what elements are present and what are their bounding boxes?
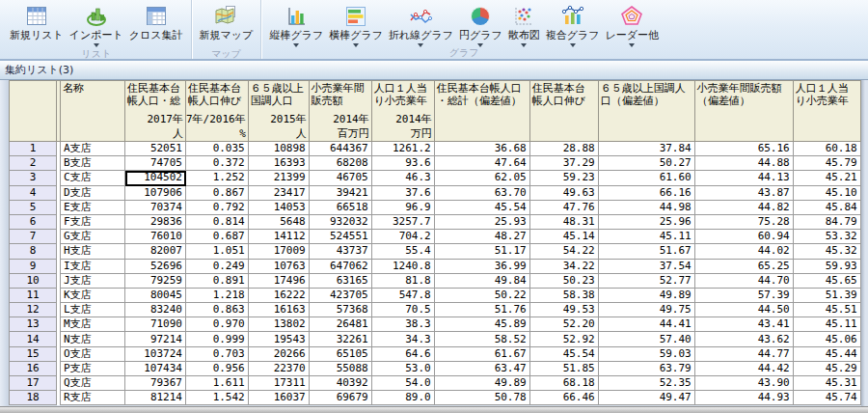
name-cell[interactable]: H支店 [61,244,125,259]
value-cell[interactable]: 59.03 [599,347,695,362]
row-number-cell[interactable]: 11 [9,289,57,303]
value-cell[interactable]: 46.3 [372,171,435,185]
value-cell[interactable]: 0.249 [186,260,249,274]
value-cell[interactable]: 44.02 [695,244,794,259]
value-cell[interactable]: 1.252 [186,171,249,185]
name-cell[interactable]: A支店 [61,142,125,156]
value-cell[interactable]: 20266 [249,347,310,362]
value-cell[interactable]: 40392 [310,376,372,391]
value-cell[interactable]: 46705 [310,171,372,185]
value-cell[interactable]: 83240 [125,303,186,317]
name-cell[interactable]: O支店 [61,347,125,362]
value-cell[interactable]: 37.6 [372,186,435,201]
value-cell[interactable]: 51.17 [435,244,530,259]
value-cell[interactable]: 43.87 [695,186,794,201]
value-cell[interactable]: 0.372 [186,156,249,171]
value-cell[interactable]: 44.42 [695,362,794,376]
row-number-cell[interactable]: 10 [9,274,57,289]
value-cell[interactable]: 45.14 [530,230,599,244]
value-cell[interactable]: 49.89 [435,376,530,391]
row-number-cell[interactable]: 9 [9,260,57,274]
row-number-cell[interactable]: 2 [9,156,57,171]
value-cell[interactable]: 13802 [249,317,310,332]
value-cell[interactable]: 66.16 [599,186,695,201]
value-cell[interactable]: 932032 [310,215,372,230]
name-cell[interactable]: N支店 [61,332,125,346]
value-cell[interactable]: 66518 [310,201,372,215]
value-cell[interactable]: 0.891 [186,274,249,289]
value-cell[interactable]: 93.6 [372,156,435,171]
horizontal-scrollbar[interactable] [0,406,868,413]
value-cell[interactable]: 65.16 [695,142,794,156]
row-number-cell[interactable]: 15 [9,347,57,362]
value-cell[interactable]: 82007 [125,244,186,259]
value-cell[interactable]: 61.60 [599,171,695,185]
value-cell[interactable]: 76010 [125,230,186,244]
value-cell[interactable]: 0.814 [186,215,249,230]
value-cell[interactable]: 81.8 [372,274,435,289]
value-cell[interactable]: 45.11 [794,317,861,332]
value-cell[interactable]: 70.5 [372,303,435,317]
column-header-cell[interactable]: ６５歳以上 国調人口2015年人 [249,80,310,142]
value-cell[interactable]: 38.3 [372,317,435,332]
value-cell[interactable]: 23417 [249,186,310,201]
value-cell[interactable]: 53.32 [794,230,861,244]
value-cell[interactable]: 58.38 [530,289,599,303]
value-cell[interactable]: 36.68 [435,142,530,156]
value-cell[interactable]: 45.29 [794,362,861,376]
value-cell[interactable]: 14112 [249,230,310,244]
value-cell[interactable]: 61.67 [435,347,530,362]
value-cell[interactable]: 51.85 [530,362,599,376]
name-cell[interactable]: K支店 [61,289,125,303]
bar-horizontal-chart-button[interactable]: 横棒グラフ [326,1,386,47]
value-cell[interactable]: 55088 [310,362,372,376]
pie-chart-button[interactable]: 円グラフ [456,1,505,47]
value-cell[interactable]: 45.06 [794,332,861,346]
row-number-cell[interactable]: 1 [9,142,57,156]
value-cell[interactable]: 45.54 [530,347,599,362]
value-cell[interactable]: 44.70 [695,274,794,289]
value-cell[interactable]: 28.88 [530,142,599,156]
value-cell[interactable]: 59.23 [530,171,599,185]
value-cell[interactable]: 0.703 [186,347,249,362]
value-cell[interactable]: 1240.8 [372,260,435,274]
value-cell[interactable]: 19543 [249,332,310,346]
value-cell[interactable]: 80045 [125,289,186,303]
value-cell[interactable]: 0.687 [186,230,249,244]
value-cell[interactable]: 52696 [125,260,186,274]
value-cell[interactable]: 52.92 [530,332,599,346]
value-cell[interactable]: 74705 [125,156,186,171]
value-cell[interactable]: 49.84 [435,274,530,289]
value-cell[interactable]: 52.35 [599,376,695,391]
value-cell[interactable]: 29836 [125,215,186,230]
value-cell[interactable]: 59.93 [794,260,861,274]
value-cell[interactable]: 51.67 [599,244,695,259]
value-cell[interactable]: 43.90 [695,376,794,391]
column-header-cell[interactable]: 住民基本台 帳人口伸び7年/2016年% [186,80,249,142]
row-number-cell[interactable]: 13 [9,317,57,332]
value-cell[interactable]: 44.41 [599,317,695,332]
value-cell[interactable]: 47.76 [530,201,599,215]
value-cell[interactable]: 49.47 [599,391,695,405]
name-cell[interactable]: E支店 [61,201,125,215]
value-cell[interactable]: 45.21 [794,171,861,185]
name-cell[interactable]: Q支店 [61,376,125,391]
value-cell[interactable]: 45.74 [794,391,861,405]
value-cell[interactable]: 45.10 [794,186,861,201]
value-cell[interactable]: 44.82 [695,201,794,215]
value-cell[interactable]: 10763 [249,260,310,274]
value-cell[interactable]: 43.41 [695,317,794,332]
value-cell[interactable]: 71090 [125,317,186,332]
value-cell[interactable]: 55.4 [372,244,435,259]
value-cell[interactable]: 44.93 [695,391,794,405]
value-cell[interactable]: 57.39 [695,289,794,303]
name-cell[interactable]: R支店 [61,391,125,405]
value-cell[interactable]: 64.6 [372,347,435,362]
value-cell[interactable]: 44.77 [695,347,794,362]
value-cell[interactable]: 54.22 [530,244,599,259]
value-cell[interactable]: 48.27 [435,230,530,244]
value-cell[interactable]: 103724 [125,347,186,362]
value-cell[interactable]: 70374 [125,201,186,215]
value-cell[interactable]: 45.32 [794,244,861,259]
combo-chart-button[interactable]: 複合グラフ [543,1,603,47]
